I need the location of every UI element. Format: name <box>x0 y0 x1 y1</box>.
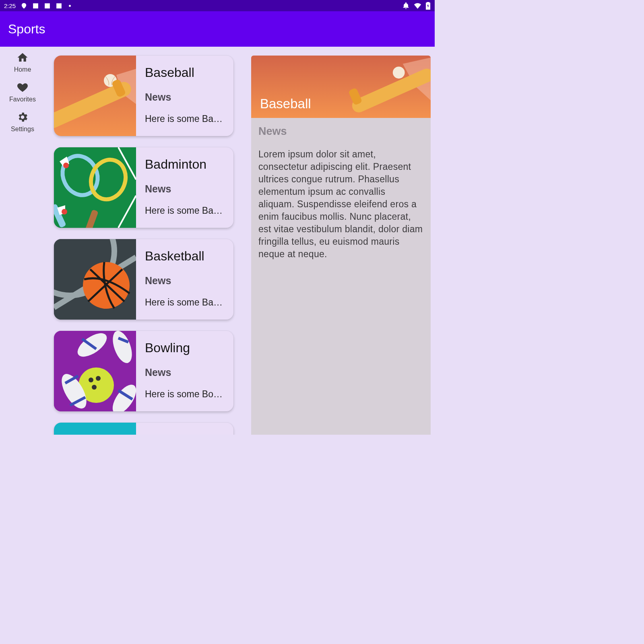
list-item-title: Cycling <box>145 432 225 435</box>
mute-notifications-icon <box>402 2 410 10</box>
nav-label: Favorites <box>9 96 36 103</box>
heart-icon <box>17 81 29 93</box>
nav-item-favorites[interactable]: Favorites <box>0 76 45 106</box>
list-item[interactable]: Badminton News Here is some Badminton ne… <box>54 147 233 228</box>
android-status-bar: 2:25 <box>0 0 435 11</box>
svg-point-12 <box>62 209 67 215</box>
detail-pane: Baseball News Lorem ipsum dolor sit amet… <box>242 47 435 435</box>
detail-title: Baseball <box>260 96 311 111</box>
wifi-icon <box>414 2 421 10</box>
nav-label: Settings <box>11 126 34 133</box>
list-item-thumb <box>54 331 136 411</box>
sports-list[interactable]: Baseball News Here is some Baseball news <box>45 47 242 435</box>
list-item-preview: Here is some Baseball news <box>145 114 225 124</box>
list-item-title: Bowling <box>145 341 225 355</box>
list-item-thumb <box>54 56 136 136</box>
list-item-subtitle: News <box>145 275 225 287</box>
basketball-art-icon <box>54 239 136 320</box>
svg-point-20 <box>96 376 101 381</box>
battery-charging-icon <box>425 2 431 10</box>
list-item-subtitle: News <box>145 91 225 103</box>
list-item-subtitle: News <box>145 367 225 378</box>
list-item-thumb <box>54 147 136 228</box>
detail-hero: Baseball <box>251 56 431 118</box>
list-item-title: Baseball <box>145 65 225 80</box>
list-item-title: Badminton <box>145 157 225 172</box>
baseball-art-icon <box>54 56 136 136</box>
list-item-thumb <box>54 239 136 320</box>
page-title: Sports <box>8 22 45 37</box>
status-panel-icon <box>56 2 62 9</box>
badminton-art-icon <box>54 147 136 228</box>
list-item-preview: Here is some Bowling news <box>145 389 225 400</box>
list-item[interactable]: Baseball News Here is some Baseball news <box>54 56 233 136</box>
list-item-thumb <box>54 423 136 435</box>
nav-rail: Home Favorites Settings <box>0 47 45 435</box>
detail-body-text: Lorem ipsum dolor sit amet, consectetur … <box>258 148 423 260</box>
home-icon <box>17 52 29 64</box>
nav-item-home[interactable]: Home <box>0 47 45 76</box>
list-item[interactable]: Bowling News Here is some Bowling news <box>54 331 233 411</box>
list-item[interactable]: Basketball News Here is some Basketball … <box>54 239 233 320</box>
svg-point-21 <box>92 385 97 390</box>
detail-subtitle: News <box>258 125 423 138</box>
status-panel-icon <box>32 2 39 9</box>
list-item-preview: Here is some Badminton news <box>145 205 225 216</box>
list-item-subtitle: News <box>145 183 225 195</box>
app-bar: Sports <box>0 11 435 47</box>
status-more-dot <box>69 5 71 7</box>
list-item[interactable]: Cycling News Here is some Cycling news <box>54 423 233 435</box>
status-time: 2:25 <box>4 2 16 9</box>
svg-point-32 <box>393 66 405 78</box>
svg-point-19 <box>89 378 93 382</box>
svg-point-11 <box>63 163 69 168</box>
svg-rect-33 <box>350 66 431 114</box>
bowling-art-icon <box>54 331 136 411</box>
list-item-preview: Here is some Basketball news <box>145 297 225 308</box>
status-app-icon <box>21 2 27 9</box>
status-panel-icon <box>44 2 51 9</box>
list-item-title: Basketball <box>145 249 225 264</box>
nav-label: Home <box>14 66 31 73</box>
nav-item-settings[interactable]: Settings <box>0 106 45 136</box>
gear-icon <box>17 111 29 123</box>
